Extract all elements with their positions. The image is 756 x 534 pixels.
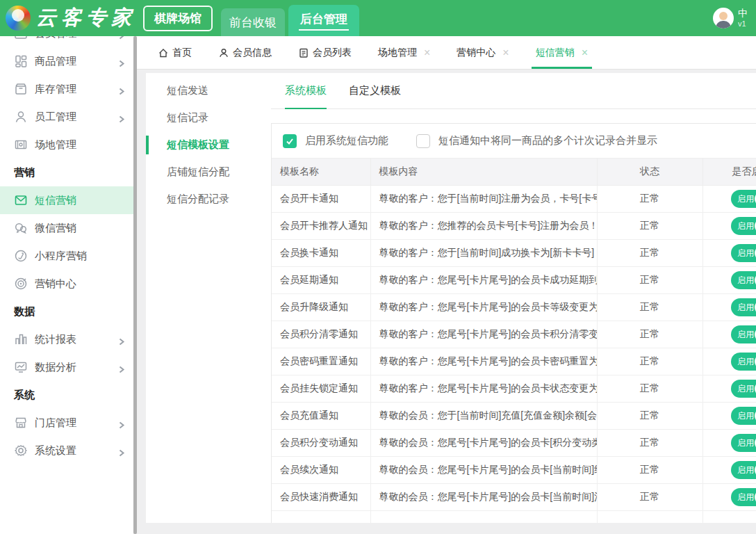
sms-icon bbox=[14, 193, 28, 207]
tab-会员列表[interactable]: 会员列表 bbox=[298, 36, 352, 69]
sidebar-item-inventory[interactable]: 库存管理 bbox=[0, 75, 133, 103]
mode-tabs: 前台收银 后台管理 bbox=[221, 0, 359, 36]
status-cell: 正常 bbox=[597, 430, 702, 457]
sidebar-item-products[interactable]: 商品管理 bbox=[0, 47, 133, 75]
toggle-label: 启用 bbox=[737, 464, 754, 476]
enable-toggle[interactable]: 启用 bbox=[731, 407, 756, 425]
enable-toggle[interactable]: 启用 bbox=[731, 325, 756, 343]
template-name-cell: 会员充值通知 bbox=[272, 403, 370, 430]
submenu-item[interactable]: 短信记录 bbox=[146, 104, 271, 131]
submenu-item[interactable]: 短信发送 bbox=[146, 77, 271, 104]
submenu-item[interactable]: 短信分配记录 bbox=[146, 186, 271, 213]
empty-cell bbox=[597, 511, 702, 524]
toggle-cell: 启用 bbox=[702, 430, 756, 457]
template-name-cell: 会员积分变动通知 bbox=[272, 430, 370, 457]
app-logo: 云客专家 bbox=[6, 4, 136, 32]
sidebar-scrollbar[interactable] bbox=[133, 36, 137, 534]
sidebar-item-store[interactable]: 门店管理 bbox=[0, 409, 133, 437]
template-name-cell: 会员延期通知 bbox=[272, 267, 370, 294]
table-header-row: 模板名称模板内容状态是否启用 bbox=[272, 159, 756, 186]
table-row: 会员开卡推荐人通知尊敬的客户：您推荐的会员卡号[卡号]注册为会员！正常启用 bbox=[272, 213, 756, 240]
option-enabled[interactable]: 启用系统短信功能 bbox=[283, 134, 388, 148]
wechat-icon bbox=[14, 221, 28, 235]
top-header: 云客专家 棋牌场馆 前台收银 后台管理 中 v1 bbox=[0, 0, 756, 36]
list-icon bbox=[298, 47, 309, 58]
submenu-item[interactable]: 店铺短信分配 bbox=[146, 159, 271, 186]
tab-首页[interactable]: 首页 bbox=[158, 36, 192, 69]
sidebar-item-label: 短信营销 bbox=[35, 194, 76, 207]
checkbox-unchecked[interactable] bbox=[416, 134, 430, 148]
checkbox-label: 短信通知中将同一商品的多个计次记录合并显示 bbox=[438, 134, 657, 147]
backend-admin-tab[interactable]: 后台管理 bbox=[288, 5, 359, 36]
status-cell: 正常 bbox=[597, 484, 702, 511]
tab-会员信息[interactable]: 会员信息 bbox=[218, 36, 272, 69]
user-area[interactable]: 中 v1 bbox=[713, 0, 756, 36]
enable-toggle[interactable]: 启用 bbox=[731, 298, 756, 316]
status-cell: 正常 bbox=[597, 321, 702, 348]
sidebar-item-miniprogram[interactable]: 小程序营销 bbox=[0, 242, 133, 270]
template-content-cell: 尊敬的客户：您尾号[卡片尾号]的会员卡状态变更为[ bbox=[370, 375, 597, 403]
toggle-cell: 启用 bbox=[702, 348, 756, 375]
close-tab-icon[interactable]: × bbox=[582, 47, 588, 59]
option-merge[interactable]: 短信通知中将同一商品的多个计次记录合并显示 bbox=[416, 134, 657, 148]
close-tab-icon[interactable]: × bbox=[502, 47, 509, 59]
enable-toggle[interactable]: 启用 bbox=[731, 380, 756, 398]
venue-badge[interactable]: 棋牌场馆 bbox=[143, 6, 213, 31]
submenu-item[interactable]: 短信模板设置 bbox=[146, 131, 271, 159]
sidebar-item-label: 统计报表 bbox=[35, 333, 76, 346]
enable-toggle[interactable]: 启用 bbox=[731, 461, 756, 479]
enable-toggle[interactable]: 启用 bbox=[731, 217, 756, 235]
chevron-right-icon bbox=[118, 419, 125, 426]
sidebar-item-reports[interactable]: 统计报表 bbox=[0, 325, 133, 353]
status-cell: 正常 bbox=[597, 348, 702, 375]
tab-短信营销[interactable]: 短信营销× bbox=[536, 36, 588, 69]
logo-icon bbox=[6, 6, 31, 31]
table-row: 会员密码重置通知尊敬的客户：您尾号[卡片尾号]的会员卡密码重置为[正常启用 bbox=[272, 348, 756, 375]
sidebar-item-analysis[interactable]: 数据分析 bbox=[0, 353, 133, 381]
chevron-right-icon bbox=[118, 58, 125, 65]
enable-toggle[interactable]: 启用 bbox=[731, 190, 756, 208]
sidebar-item-staff[interactable]: 员工管理 bbox=[0, 103, 133, 131]
status-cell: 正常 bbox=[597, 186, 702, 213]
toggle-cell: 启用 bbox=[702, 457, 756, 484]
toggle-label: 启用 bbox=[737, 437, 754, 449]
close-tab-icon[interactable]: × bbox=[424, 47, 430, 59]
toggle-label: 启用 bbox=[737, 410, 754, 422]
sidebar-item-wechat[interactable]: 微信营销 bbox=[0, 214, 133, 242]
sidebar-item-label: 营销中心 bbox=[35, 277, 76, 291]
toggle-label: 启用 bbox=[737, 302, 754, 314]
tab-场地管理[interactable]: 场地管理× bbox=[378, 36, 430, 69]
toggle-label: 启用 bbox=[737, 248, 754, 259]
status-cell: 正常 bbox=[597, 294, 702, 321]
template-name-cell: 会员换卡通知 bbox=[272, 240, 370, 267]
toggle-cell: 启用 bbox=[702, 240, 756, 267]
checkbox-checked[interactable] bbox=[283, 134, 297, 148]
sidebar-scrollbar-thumb[interactable] bbox=[133, 36, 137, 534]
inventory-icon bbox=[14, 82, 28, 96]
tab-营销中心[interactable]: 营销中心× bbox=[457, 36, 509, 69]
enable-toggle[interactable]: 启用 bbox=[731, 353, 756, 371]
sidebar-item-sms[interactable]: 短信营销 bbox=[0, 186, 133, 214]
template-content-cell: 尊敬的客户：您推荐的会员卡号[卡号]注册为会员！ bbox=[370, 213, 597, 240]
enable-toggle[interactable]: 启用 bbox=[731, 271, 756, 289]
template-content-cell: 尊敬的客户：您尾号[卡片尾号]的会员卡密码重置为[ bbox=[370, 348, 597, 375]
template-content-cell: 尊敬的会员：您尾号[卡片尾号]的会员卡[积分变动类 bbox=[370, 430, 597, 457]
content-tab[interactable]: 自定义模板 bbox=[349, 73, 401, 108]
avatar[interactable] bbox=[713, 8, 734, 29]
sidebar-item-venue[interactable]: 场地管理 bbox=[0, 131, 133, 159]
content-tab[interactable]: 系统模板 bbox=[285, 73, 327, 108]
sidebar-section-label: 系统 bbox=[0, 381, 133, 409]
tab-label: 场地管理 bbox=[378, 47, 417, 59]
toggle-cell: 启用 bbox=[702, 294, 756, 321]
toggle-label: 启用 bbox=[737, 492, 754, 503]
enable-toggle[interactable]: 启用 bbox=[731, 244, 756, 262]
sidebar-item-marketing-center[interactable]: 营销中心 bbox=[0, 270, 133, 298]
front-desk-tab[interactable]: 前台收银 bbox=[221, 8, 285, 36]
enable-toggle[interactable]: 启用 bbox=[731, 488, 756, 506]
enable-toggle[interactable]: 启用 bbox=[731, 434, 756, 452]
table-row: 会员换卡通知尊敬的客户：您于[当前时间]成功换卡为[新卡卡号]！正常启用 bbox=[272, 240, 756, 267]
content-panel: 短信发送短信记录短信模板设置店铺短信分配短信分配记录 系统模板自定义模板 启用系… bbox=[146, 73, 756, 523]
sidebar-item-label: 数据分析 bbox=[35, 361, 76, 374]
sidebar-item-settings[interactable]: 系统设置 bbox=[0, 437, 133, 464]
empty-cell bbox=[702, 511, 756, 524]
